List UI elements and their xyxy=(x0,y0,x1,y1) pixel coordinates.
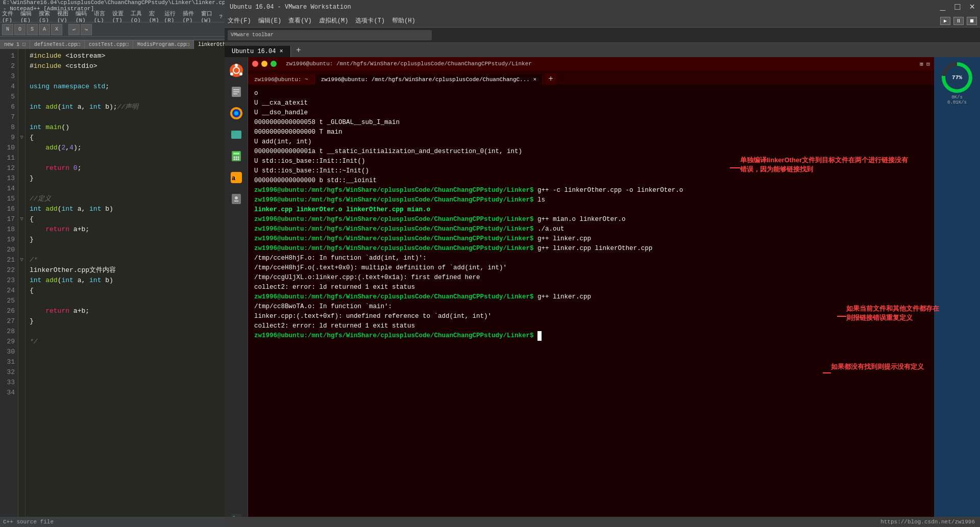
toolbar-saveall[interactable]: A xyxy=(39,24,50,35)
line-num-10: 10 xyxy=(0,143,15,153)
tab-definetest[interactable]: defineTest.cpp□ xyxy=(30,40,85,49)
toolbar-undo[interactable]: ↩ xyxy=(68,24,80,35)
term-tab-home[interactable]: zw1996@ubuntu: ~ xyxy=(248,74,315,85)
term-error-line: linker.cpp:(.text+0xf): undefined refere… xyxy=(254,312,928,321)
sidebar-ubuntu-icon[interactable] xyxy=(227,61,246,80)
toolbar-close[interactable]: X xyxy=(51,24,62,35)
code-area[interactable]: #include <iostream>#include <cstdio> usi… xyxy=(26,49,225,517)
sidebar-files-icon[interactable] xyxy=(227,83,246,101)
menu-view[interactable]: 视图(V) xyxy=(57,10,70,23)
menu-plugins[interactable]: 插件(P) xyxy=(183,10,196,23)
term-close-btn[interactable] xyxy=(252,61,258,67)
terminal-title-text: zw1996@ubuntu: /mnt/hgfs/WinShare/cplusp… xyxy=(286,61,532,67)
vmware-close[interactable]: × xyxy=(969,2,975,12)
line-num-25: 25 xyxy=(0,296,15,306)
terminal-topbar-icons: ⊞ ⊟ xyxy=(920,61,930,67)
toolbar-open[interactable]: O xyxy=(14,24,26,35)
code-line-34 xyxy=(30,388,220,398)
vmware-menu-help[interactable]: 帮助(H) xyxy=(392,16,415,25)
toolbar-icon2[interactable]: ⏸ xyxy=(953,17,964,25)
term-line: U std::ios_base::Init::Init() xyxy=(254,157,928,166)
menu-edit[interactable]: 编辑(E) xyxy=(20,10,34,23)
term-cursor-line: zw1996@ubuntu:/mnt/hgfs/WinShare/cpluspl… xyxy=(254,331,928,341)
code-line-20 xyxy=(30,245,220,255)
toolbar-redo[interactable]: ↪ xyxy=(81,24,92,35)
menu-lang[interactable]: 语言(L) xyxy=(94,10,107,23)
code-line-15: //定义 xyxy=(30,194,220,204)
fold-2 xyxy=(18,61,25,71)
code-line-11 xyxy=(30,153,220,163)
code-line-27: } xyxy=(30,316,220,327)
fold-10 xyxy=(18,143,25,153)
vmware-menu-file[interactable]: 文件(F) xyxy=(228,16,251,25)
vmware-menu-tab[interactable]: 选项卡(T) xyxy=(355,16,385,25)
add-tab-button[interactable]: + xyxy=(292,44,305,57)
vmware-menu-view[interactable]: 查看(V) xyxy=(288,16,312,25)
menu-tools[interactable]: 工具(O) xyxy=(131,10,144,23)
menu-search[interactable]: 搜索(S) xyxy=(39,10,52,23)
line-num-33: 33 xyxy=(0,378,15,388)
svg-point-11 xyxy=(234,111,238,115)
term-line: 0000000000000000 T main xyxy=(254,128,928,137)
menu-macro[interactable]: 宏(M) xyxy=(149,10,159,23)
terminal-body[interactable]: o U __cxa_atexit U __dso_handle000000000… xyxy=(248,85,934,527)
notepad-editor: 1234567891011121314151617181920212223242… xyxy=(0,49,225,517)
toolbar-icon3[interactable]: ⏹ xyxy=(967,17,977,25)
menu-file[interactable]: 文件(F) xyxy=(2,10,15,23)
menu-window[interactable]: 窗口(W) xyxy=(201,10,214,23)
fold-1 xyxy=(18,51,25,61)
annotation-arrow-2 xyxy=(837,316,846,317)
vmware-minimize[interactable]: _ xyxy=(940,2,946,12)
line-num-22: 22 xyxy=(0,265,15,275)
sidebar-files2-icon[interactable] xyxy=(227,126,246,144)
term-line: U __cxa_atexit xyxy=(254,98,928,108)
notepad-menubar[interactable]: 文件(F) 编辑(E) 搜索(S) 视图(V) 编码(N) 语言(L) 设置(T… xyxy=(0,11,225,22)
term-prompt-line: zw1996@ubuntu:/mnt/hgfs/WinShare/cpluspl… xyxy=(254,224,928,234)
tab-modisprogram[interactable]: ModisProgram.cpp□ xyxy=(133,40,194,49)
sidebar-amazon-icon[interactable]: a xyxy=(227,168,246,187)
vmware-tab-ubuntu[interactable]: Ubuntu 16.04 × xyxy=(225,46,291,57)
fold-9[interactable]: ▽ xyxy=(18,133,25,143)
sidebar-firefox-icon[interactable] xyxy=(227,104,246,122)
code-line-4: using namespace std; xyxy=(30,82,220,92)
line-num-21: 21 xyxy=(0,255,15,265)
svg-rect-8 xyxy=(233,93,237,94)
sidebar-settings-icon[interactable] xyxy=(227,190,246,208)
tab-new1[interactable]: new 1 □ xyxy=(0,40,30,49)
menu-settings[interactable]: 设置(T) xyxy=(112,10,126,23)
term-maximize-btn[interactable] xyxy=(271,61,277,67)
vmware-menubar[interactable]: 文件(F) 编辑(E) 查看(V) 虚拟机(M) 选项卡(T) 帮助(H) ▶ … xyxy=(225,14,980,28)
vmware-window: Ubuntu 16.04 - VMware Workstation _ □ × … xyxy=(225,0,980,527)
fold-29 xyxy=(18,337,25,347)
code-line-25 xyxy=(30,296,220,306)
fold-16 xyxy=(18,204,25,214)
sidebar-calc-icon[interactable] xyxy=(227,147,246,165)
toolbar-save[interactable]: S xyxy=(27,24,38,35)
term-minimize-btn[interactable] xyxy=(261,61,267,67)
fold-5 xyxy=(18,92,25,102)
line-num-6: 6 xyxy=(0,102,15,112)
menu-run[interactable]: 运行(R) xyxy=(164,10,178,23)
line-num-16: 16 xyxy=(0,204,15,214)
fold-21[interactable]: ▽ xyxy=(18,255,25,265)
fold-11 xyxy=(18,153,25,163)
toolbar-icon1[interactable]: ▶ xyxy=(940,17,950,25)
code-line-12: return 0; xyxy=(30,163,220,173)
code-line-14 xyxy=(30,184,220,194)
vmware-menu-vm[interactable]: 虚拟机(M) xyxy=(319,16,349,25)
menu-encode[interactable]: 编码(N) xyxy=(76,10,89,23)
fold-17[interactable]: ▽ xyxy=(18,214,25,224)
code-line-9: { xyxy=(30,133,220,143)
vmware-maximize[interactable]: □ xyxy=(954,2,960,12)
menu-help[interactable]: ? xyxy=(219,14,223,20)
toolbar-new[interactable]: N xyxy=(2,24,13,35)
code-line-17: { xyxy=(30,214,220,224)
fold-7 xyxy=(18,112,25,122)
term-new-tab-button[interactable]: + xyxy=(545,73,556,85)
tab-costtest[interactable]: costTest.cpp□ xyxy=(85,40,133,49)
svg-point-2 xyxy=(235,64,238,67)
line-num-11: 11 xyxy=(0,153,15,163)
code-line-18: return a+b; xyxy=(30,224,220,235)
vmware-menu-edit[interactable]: 编辑(E) xyxy=(258,16,282,25)
term-tab-linker[interactable]: zw1996@ubuntu: /mnt/hgfs/WinShare/cplusp… xyxy=(315,74,543,85)
